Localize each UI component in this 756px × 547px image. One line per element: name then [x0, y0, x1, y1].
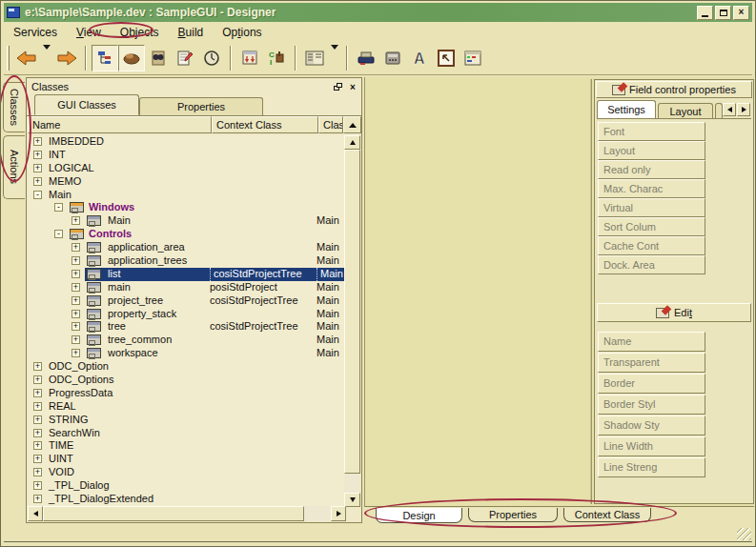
tree-row-main[interactable]: +MainMain [28, 214, 346, 228]
column-header-class[interactable]: Class [318, 116, 343, 133]
field-tab-layout[interactable]: Layout [658, 103, 713, 118]
collapse-box[interactable]: - [54, 203, 63, 212]
vertical-scroll-thumb[interactable] [344, 150, 360, 474]
property-button-shadow-sty[interactable]: Shadow Sty [598, 415, 705, 436]
expand-box[interactable]: + [72, 296, 80, 305]
tree-row-application_area[interactable]: +application_areaMain [28, 241, 346, 254]
tree-row-windows[interactable]: -Windows [28, 201, 346, 214]
expand-box[interactable]: + [33, 481, 42, 490]
class-hierarchy-button[interactable] [92, 45, 118, 71]
viewer-button[interactable] [145, 45, 172, 71]
field-tab-partial[interactable] [715, 103, 723, 118]
tree-row-odc_options[interactable]: +ODC_Options [28, 374, 346, 387]
clock-button[interactable] [198, 45, 225, 71]
image-viewer-button[interactable] [433, 45, 460, 71]
field-tab-settings[interactable]: Settings [597, 100, 656, 118]
form-editor-button[interactable] [460, 45, 486, 71]
float-panel-button[interactable] [331, 81, 344, 93]
tree-horizontal-scrollbar[interactable] [28, 506, 346, 521]
horizontal-scroll-thumb[interactable] [43, 506, 304, 521]
property-button-name[interactable]: Name [598, 332, 705, 352]
sort-ascending-button[interactable] [343, 116, 361, 133]
back-history-button[interactable] [40, 45, 53, 71]
expand-box[interactable]: + [72, 270, 80, 278]
panel-splitter[interactable] [590, 79, 592, 504]
bottom-tab-context-class[interactable]: Context Class [563, 508, 651, 522]
expand-box[interactable]: + [33, 177, 42, 186]
device-button[interactable] [379, 45, 406, 71]
printer-button[interactable] [353, 45, 379, 71]
property-button-transparent[interactable]: Transparent [598, 353, 705, 373]
menu-item-options[interactable]: Options [213, 24, 271, 41]
column-header-context-class[interactable]: Context Class [212, 116, 318, 133]
expand-box[interactable]: + [33, 164, 42, 172]
form-selector-dropdown-button[interactable] [328, 45, 341, 71]
collapse-box[interactable]: - [33, 191, 42, 199]
expand-box[interactable]: + [72, 310, 80, 318]
field-control-properties-button[interactable]: Field control properties [596, 81, 752, 98]
edit-button[interactable]: Edit [597, 303, 751, 322]
maximize-button[interactable] [715, 6, 731, 20]
expand-box[interactable]: + [33, 495, 42, 503]
property-button-border[interactable]: Border [598, 374, 705, 394]
expand-box[interactable]: + [33, 455, 42, 463]
expand-box[interactable]: + [33, 362, 42, 371]
expand-box[interactable]: + [72, 243, 80, 252]
dock-tab-classes[interactable]: Classes [3, 82, 25, 132]
scroll-right-button[interactable] [331, 506, 346, 521]
expand-box[interactable]: + [33, 402, 42, 411]
tree-row-main[interactable]: -Main [28, 189, 346, 202]
expand-box[interactable]: + [33, 415, 42, 424]
property-button-cache-cont[interactable]: Cache Cont [598, 236, 705, 255]
expand-box[interactable]: + [72, 349, 80, 357]
close-button[interactable]: × [733, 6, 749, 20]
property-button-font[interactable]: Font [598, 122, 705, 141]
tab-scroll-right-button[interactable] [737, 103, 750, 116]
minimize-button[interactable] [697, 6, 713, 20]
menu-item-build[interactable]: Build [169, 24, 214, 41]
tree-row-int[interactable]: +INT [28, 149, 346, 162]
expand-box[interactable]: + [72, 335, 80, 344]
tree-row-string[interactable]: +STRING [28, 414, 346, 427]
bottom-tab-properties[interactable]: Properties [468, 508, 558, 522]
scroll-left-button[interactable] [28, 506, 43, 521]
tree-row-void[interactable]: +VOID [28, 466, 346, 479]
tree-row-project_tree[interactable]: +project_treecosiStdProjectTreeMain [28, 294, 346, 308]
form-selector-button[interactable] [301, 45, 328, 71]
expand-box[interactable]: + [33, 389, 42, 397]
import-window-button[interactable] [236, 45, 263, 71]
tab-properties[interactable]: Properties [139, 97, 263, 115]
property-button-line-streng[interactable]: Line Streng [598, 457, 705, 477]
property-button-dock-area[interactable]: Dock. Area [598, 255, 705, 274]
close-panel-button[interactable]: × [346, 81, 359, 93]
expand-box[interactable]: + [33, 375, 42, 384]
tree-row-_tpl_dialogextended[interactable]: +_TPL_DialogExtended [28, 493, 346, 506]
design-object-button[interactable] [118, 45, 145, 71]
expand-box[interactable]: + [33, 137, 42, 146]
tree-row-property_stack[interactable]: +property_stackMain [28, 308, 346, 321]
tree-row-memo[interactable]: +MEMO [28, 175, 346, 189]
scroll-up-button[interactable] [344, 135, 360, 150]
tab-gui-classes[interactable]: GUI Classes [34, 94, 139, 115]
expand-box[interactable]: + [33, 151, 42, 159]
font-button[interactable]: A [406, 45, 433, 71]
expand-box[interactable]: + [33, 429, 42, 437]
forward-button[interactable] [53, 45, 80, 71]
tree-row-progressdata[interactable]: +ProgressData [28, 387, 346, 400]
expand-box[interactable]: + [72, 256, 80, 265]
tree-row-main[interactable]: +mainposiStdProjectMain [28, 281, 346, 294]
class-installer-button[interactable]: CI [263, 45, 290, 71]
expand-box[interactable]: + [72, 216, 80, 225]
tree-row-workspace[interactable]: +workspaceMain [28, 347, 346, 360]
tree-row-uint[interactable]: +UINT [28, 453, 346, 466]
back-button[interactable] [13, 45, 40, 71]
tree-row-searchwin[interactable]: +SearchWin [28, 427, 346, 440]
property-button-line-width[interactable]: Line Width [598, 436, 705, 456]
property-button-sort-colum[interactable]: Sort Colum [598, 217, 705, 236]
tree-row-controls[interactable]: -Controls [28, 228, 346, 241]
property-button-layout[interactable]: Layout [598, 141, 705, 160]
menu-item-view[interactable]: View [67, 24, 111, 41]
dock-tab-actions[interactable]: Actions [3, 135, 25, 199]
property-button-border-styl[interactable]: Border Styl [598, 395, 705, 415]
expand-box[interactable]: + [33, 441, 42, 450]
